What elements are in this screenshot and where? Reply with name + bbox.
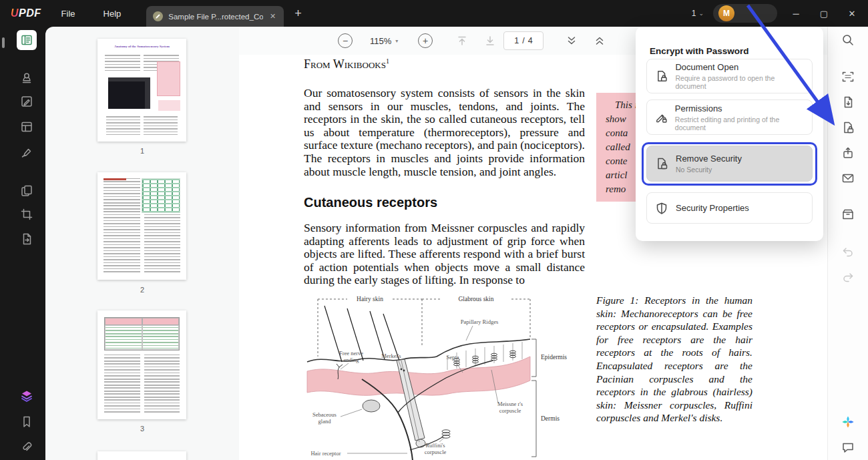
comment-button[interactable] xyxy=(837,437,859,457)
undo-button[interactable] xyxy=(837,242,859,262)
figure-label: Papillary Ridges xyxy=(461,318,498,325)
figure-label: corpuscle xyxy=(499,407,521,414)
bookmark-button[interactable] xyxy=(17,412,37,432)
collapse-sidebar-handle[interactable] xyxy=(2,37,5,48)
layers-icon xyxy=(20,389,33,403)
tab-close-icon[interactable]: ✕ xyxy=(268,11,277,22)
page-current: 1 xyxy=(514,36,519,45)
single-page-view-button[interactable] xyxy=(593,34,606,47)
chevron-down-icon: ▾ xyxy=(395,38,398,44)
figure-caption: Figure 1: Receptors in the human skin: M… xyxy=(596,294,752,425)
paperclip-icon xyxy=(20,441,33,454)
avatar[interactable]: M xyxy=(718,5,734,21)
updf-logo: U PDF xyxy=(11,7,41,19)
thumb2-figure xyxy=(142,178,180,213)
document-open-option[interactable]: Document Open Require a password to open… xyxy=(646,59,813,93)
kicker-text: From Wikibooks xyxy=(304,57,386,71)
right-tool-rail xyxy=(827,27,868,460)
page-number-label-1: 1 xyxy=(45,147,239,155)
email-button[interactable] xyxy=(837,168,859,188)
permissions-option[interactable]: Permissions Restrict editing and printin… xyxy=(646,99,813,135)
option-subtitle: No Security xyxy=(676,166,742,174)
extract-page-button[interactable] xyxy=(17,229,37,249)
stamp-tool-button[interactable] xyxy=(17,68,37,88)
maximize-button[interactable]: ▢ xyxy=(815,4,833,23)
menu-file[interactable]: File xyxy=(53,5,83,23)
option-text: Permissions Restrict editing and printin… xyxy=(675,103,804,132)
page-thumbnail-2[interactable] xyxy=(97,172,186,280)
document-lock-icon xyxy=(655,69,668,83)
continuous-scroll-button[interactable] xyxy=(565,34,578,47)
redo-button[interactable] xyxy=(837,267,859,287)
form-tool-button[interactable] xyxy=(17,117,37,137)
layers-button[interactable] xyxy=(17,386,37,406)
zoom-level-value: 115% xyxy=(370,36,391,46)
page-thumbnail-1[interactable]: Anatomy of the Somatosensory System xyxy=(97,39,186,142)
page-export-icon xyxy=(20,232,33,246)
page-thumbnail-4[interactable] xyxy=(97,451,186,460)
minimize-button[interactable]: ─ xyxy=(787,4,805,23)
table-form-icon xyxy=(20,120,33,134)
zoom-in-icon: + xyxy=(418,33,433,48)
kicker-footnote: 1 xyxy=(386,57,389,65)
figure-label: Free nerve xyxy=(339,350,363,357)
archive-box-icon xyxy=(841,208,855,221)
titlebar: U PDF File Help Sample File P...rotected… xyxy=(0,0,868,27)
tab-count-dropdown[interactable]: 1 ⌄ xyxy=(692,9,704,18)
pages-icon xyxy=(20,184,33,198)
scroll-to-bottom-button[interactable] xyxy=(483,34,497,47)
page-indicator[interactable]: 1 / 4 xyxy=(503,31,544,50)
ai-assistant-button[interactable] xyxy=(837,412,859,432)
document-tab[interactable]: Sample File P...rotected_Copy ✕ xyxy=(146,6,284,27)
page-number-label-2: 2 xyxy=(45,286,239,294)
search-button[interactable] xyxy=(837,30,859,50)
left-tool-rail xyxy=(0,27,45,460)
skin-diagram-figure: Hairy skin Glabrous skin Papillary Ridge… xyxy=(298,290,585,460)
figure-label: Epidermis xyxy=(541,354,567,361)
paragraph-sensory-information: Sensory information from Meissner corpus… xyxy=(304,222,585,287)
undo-icon xyxy=(841,245,855,258)
figure-label: Septa xyxy=(447,354,459,361)
option-title: Permissions xyxy=(675,103,804,113)
titlebar-right-group: 1 ⌄ M ─ ▢ ✕ xyxy=(692,4,861,23)
zoom-out-button[interactable]: − xyxy=(338,33,353,48)
new-tab-button[interactable]: + xyxy=(290,7,306,20)
account-pill[interactable]: M xyxy=(713,4,777,23)
organize-pages-button[interactable] xyxy=(17,181,37,201)
zoom-in-button[interactable]: + xyxy=(418,33,433,48)
figure-label: Ruffini's xyxy=(425,442,445,449)
figure-label: Sebaceous xyxy=(312,411,337,418)
option-text: Remove Security No Security xyxy=(676,154,742,174)
edit-tool-button[interactable] xyxy=(17,91,37,111)
security-properties-option[interactable]: Security Properties xyxy=(646,192,813,224)
scroll-to-top-button[interactable] xyxy=(455,34,469,47)
pencil-lock-icon xyxy=(655,111,668,124)
export-document-button[interactable] xyxy=(837,92,859,112)
remove-security-option[interactable]: Remove Security No Security xyxy=(646,146,813,182)
crop-icon xyxy=(20,208,33,221)
sign-tool-button[interactable] xyxy=(17,143,37,163)
share-button[interactable] xyxy=(837,143,859,163)
thumb3-table xyxy=(104,317,180,351)
thumb1-title: Anatomy of the Somatosensory System xyxy=(102,45,182,49)
shield-icon xyxy=(655,202,668,215)
ai-flower-icon xyxy=(841,415,855,429)
page-thumbnail-3[interactable] xyxy=(97,310,186,419)
ocr-button[interactable] xyxy=(837,67,859,87)
page-number-label-3: 3 xyxy=(45,425,239,433)
attachment-button[interactable] xyxy=(17,437,37,457)
protect-pdf-button[interactable] xyxy=(837,118,859,138)
figure-label: ending xyxy=(343,357,359,363)
save-button[interactable] xyxy=(837,204,859,224)
close-button[interactable]: ✕ xyxy=(843,4,861,23)
bookmark-icon xyxy=(20,415,33,429)
zoom-level-dropdown[interactable]: 115% ▾ xyxy=(370,36,398,46)
crop-tool-button[interactable] xyxy=(17,204,37,224)
paragraph-somatosensory: Our somatosensory system consists of sen… xyxy=(304,87,585,178)
heading-cutaneous-receptors: Cutaneous receptors xyxy=(304,195,437,210)
figure-label: Hair receptor xyxy=(310,450,341,457)
chat-bubble-icon xyxy=(841,441,855,454)
option-text: Document Open Require a password to open… xyxy=(675,62,804,90)
menu-help[interactable]: Help xyxy=(95,5,130,23)
thumbnail-panel-button[interactable] xyxy=(17,30,37,50)
